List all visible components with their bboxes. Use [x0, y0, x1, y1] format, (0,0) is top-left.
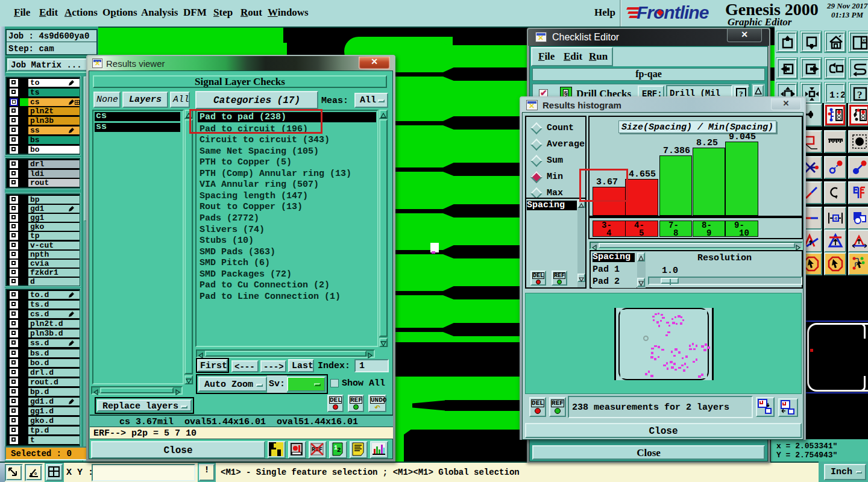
svg-text:2: 2: [337, 446, 341, 454]
svg-text:o: o: [34, 471, 37, 476]
svg-text:1:2: 1:2: [829, 90, 844, 101]
svg-text:?: ?: [857, 89, 863, 101]
svg-text:4: 4: [834, 216, 837, 221]
svg-text:XY: XY: [863, 39, 867, 42]
